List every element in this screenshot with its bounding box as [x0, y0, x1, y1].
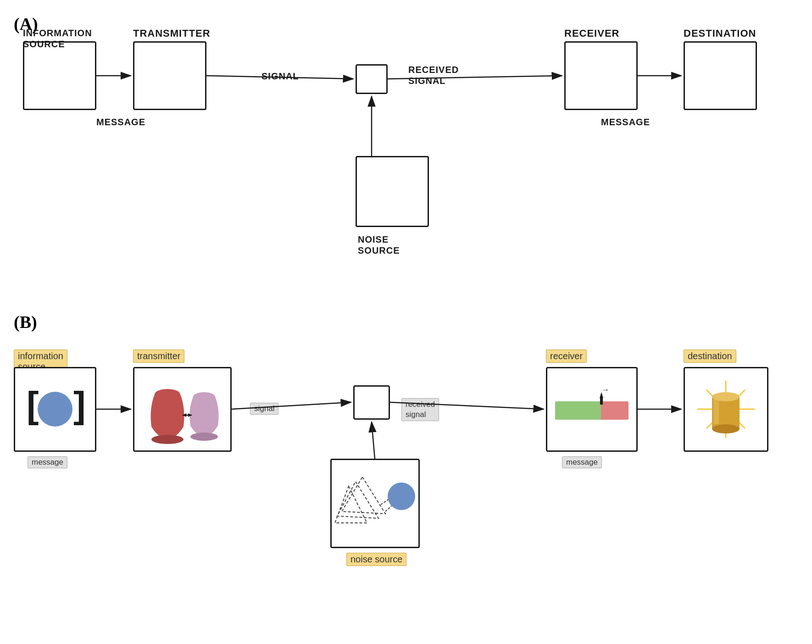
a-message-left-label: MESSAGE: [96, 117, 145, 128]
diagram-container: (A) INFORMATIONSOURCE TRANSMITTER SIGNAL…: [0, 0, 812, 644]
svg-point-31: [712, 424, 740, 433]
info-source-icon: [ ]: [14, 367, 96, 452]
b-tag-transmitter: transmitter: [133, 350, 184, 363]
b-tag-message-left: message: [28, 456, 67, 468]
svg-rect-18: [600, 398, 603, 405]
svg-text:]: ]: [73, 384, 86, 425]
svg-text:→: →: [602, 386, 609, 394]
svg-line-44: [372, 422, 375, 459]
a-noise-box: [356, 156, 429, 227]
a-received-signal-label: RECEIVEDSIGNAL: [408, 64, 459, 86]
a-destination-label: DESTINATION: [684, 28, 756, 39]
b-tag-signal: signal: [250, 403, 278, 415]
svg-point-38: [388, 483, 415, 510]
section-b-label: (B): [14, 312, 37, 332]
a-noise-label: NOISESOURCE: [358, 234, 400, 256]
a-receiver-box: [564, 41, 638, 110]
b-tag-noise-source: noise source: [346, 553, 406, 566]
svg-line-41: [232, 402, 351, 409]
svg-point-8: [38, 392, 72, 427]
a-info-source-label: INFORMATIONSOURCE: [23, 28, 92, 50]
a-transmitter-label: TRANSMITTER: [133, 28, 211, 39]
b-tag-message-right: message: [562, 456, 602, 468]
a-info-source-box: [23, 41, 96, 110]
b-channel-box: [353, 385, 390, 420]
b-tag-received-signal: receivedsignal: [401, 398, 439, 421]
a-destination-box: [684, 41, 757, 110]
b-tag-destination: destination: [684, 350, 736, 363]
b-tag-receiver: receiver: [546, 350, 587, 363]
a-receiver-label: RECEIVER: [564, 28, 619, 39]
svg-point-12: [190, 433, 218, 441]
svg-marker-33: [335, 486, 367, 523]
a-signal-label: SIGNAL: [261, 71, 299, 82]
svg-point-10: [151, 435, 184, 444]
a-transmitter-box: [133, 41, 206, 110]
a-message-right-label: MESSAGE: [601, 117, 650, 128]
noise-icon: [330, 459, 420, 548]
destination-icon: [684, 367, 768, 452]
receiver-icon: →: [546, 367, 638, 452]
svg-text:[: [: [27, 384, 39, 425]
a-channel-box: [356, 64, 388, 94]
svg-rect-17: [555, 401, 601, 420]
transmitter-icon: [133, 367, 232, 452]
svg-rect-32: [713, 399, 719, 424]
